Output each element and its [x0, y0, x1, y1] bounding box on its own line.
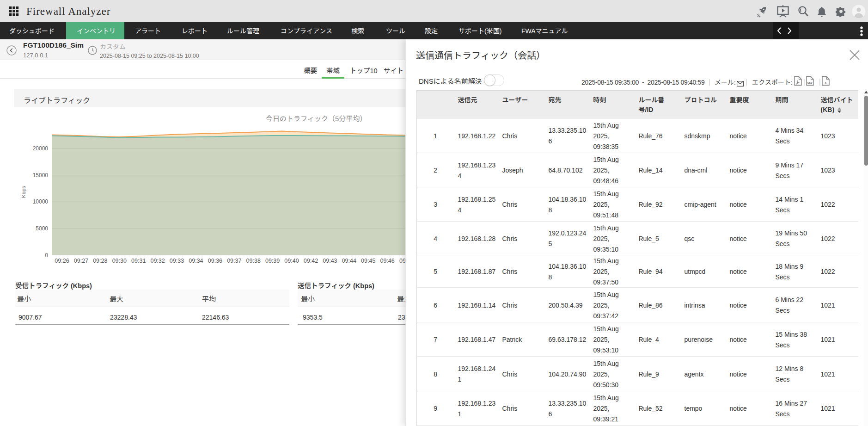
svg-text:09:43: 09:43: [323, 256, 337, 265]
svg-text:09:42: 09:42: [304, 256, 318, 265]
svg-text:09:28: 09:28: [93, 256, 107, 265]
svg-text:09:26: 09:26: [55, 256, 69, 265]
svg-text:09:37: 09:37: [227, 256, 241, 265]
svg-text:09:45: 09:45: [361, 256, 375, 265]
svg-text:09:32: 09:32: [150, 256, 165, 265]
svg-text:09:39: 09:39: [265, 256, 280, 265]
svg-text:09:40: 09:40: [284, 256, 299, 265]
svg-text:09:46: 09:46: [380, 256, 394, 265]
svg-text:0: 0: [45, 251, 48, 259]
svg-text:09:30: 09:30: [112, 256, 127, 265]
svg-text:15000: 15000: [33, 171, 49, 179]
svg-text:20000: 20000: [33, 144, 49, 152]
svg-text:09:31: 09:31: [131, 256, 146, 265]
svg-text:Kbps: Kbps: [19, 186, 27, 198]
svg-text:09:44: 09:44: [342, 256, 356, 265]
svg-text:5000: 5000: [36, 224, 48, 232]
svg-text:09:33: 09:33: [170, 256, 184, 265]
svg-text:x: x: [825, 81, 826, 84]
svg-text:09:34: 09:34: [189, 256, 203, 265]
svg-text:csv: csv: [807, 81, 813, 84]
svg-text:10000: 10000: [33, 197, 49, 205]
svg-text:09:38: 09:38: [246, 256, 261, 265]
svg-text:09:36: 09:36: [208, 256, 222, 265]
svg-text:09:27: 09:27: [74, 256, 88, 265]
